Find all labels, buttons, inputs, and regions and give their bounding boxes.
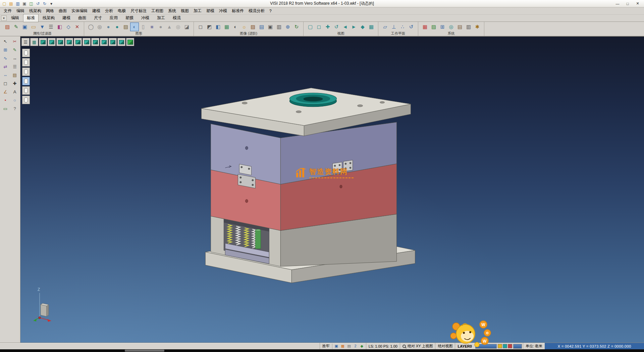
os-taskbar[interactable] (0, 349, 644, 352)
view-multi-icon[interactable]: ▦ (367, 23, 375, 31)
menu-item-冲模[interactable]: 冲模 (217, 7, 229, 15)
wcs-indicator-icon[interactable]: ◆ (359, 344, 365, 349)
transform-icon[interactable]: ⇄ (1, 63, 10, 71)
view-2d-icon[interactable]: 2 (353, 344, 359, 349)
tab-标准[interactable]: 标准 (23, 14, 39, 22)
view-plane-icon[interactable]: ▦ (30, 38, 38, 46)
filter-points-icon[interactable] (22, 96, 30, 104)
help-tips-icon[interactable]: ? (10, 105, 19, 113)
img-light-icon[interactable]: ☼ (240, 23, 248, 31)
sys-grid-icon[interactable]: ⊞ (438, 23, 446, 31)
snap-grid-icon[interactable]: ⊞ (1, 46, 10, 54)
filter-wireframe-icon[interactable] (22, 77, 30, 85)
edit-geometry-icon[interactable]: ✎ (10, 46, 19, 54)
attr-brush-icon[interactable]: ✎ (12, 23, 20, 31)
chip-lock-icon[interactable] (508, 344, 512, 348)
geom-sphere-icon[interactable]: ● (157, 23, 165, 31)
tab-尺寸[interactable]: 尺寸 (90, 14, 106, 22)
undo-icon[interactable]: ↺ (35, 1, 41, 7)
view-left-icon[interactable] (83, 38, 91, 46)
tab-冲模[interactable]: 冲模 (138, 14, 153, 22)
delete-entity-icon[interactable]: ✂ (10, 38, 19, 45)
img-hidden-line-icon[interactable]: ◩ (205, 23, 213, 31)
menu-item-建模[interactable]: 建模 (90, 7, 103, 15)
filter-solid-icon[interactable] (22, 58, 30, 67)
view-rotate-icon[interactable]: ↺ (332, 23, 340, 31)
layers-icon[interactable]: ☰ (10, 63, 19, 71)
open-file-icon[interactable]: ▤ (8, 1, 14, 7)
img-material-icon[interactable]: ▨ (249, 23, 257, 31)
sys-layers-icon[interactable]: ▦ (421, 23, 429, 31)
filter-select-icon[interactable]: ◇ (64, 23, 72, 31)
mirror-icon[interactable]: ⇔ (1, 71, 10, 79)
sys-database-icon[interactable]: ▤ (456, 23, 464, 31)
menu-item-分析[interactable]: 分析 (103, 7, 115, 15)
shade-gouraud-icon[interactable]: ● (113, 23, 121, 31)
annotate-icon[interactable]: A (10, 88, 19, 96)
view-menu-icon[interactable]: ☰ (21, 38, 30, 46)
shade-transparent-icon[interactable]: ◐ (130, 23, 139, 31)
img-shadow-icon[interactable]: ◐ (231, 23, 239, 31)
filter-all-icon[interactable] (22, 49, 30, 57)
workplane-3points-icon[interactable]: ∴ (398, 23, 407, 31)
menu-item-系统[interactable]: 系统 (166, 7, 178, 15)
tab-编辑[interactable]: 编辑 (7, 14, 23, 22)
attr-color-icon[interactable]: ▨ (3, 23, 11, 31)
menu-item-工程图[interactable]: 工程图 (149, 7, 166, 15)
img-shaded-icon[interactable]: ◧ (214, 23, 222, 31)
shade-textured-icon[interactable]: ▨ (122, 23, 130, 31)
view-sw-iso-icon[interactable] (100, 38, 108, 46)
tab-建模[interactable]: 建模 (59, 14, 74, 22)
menu-item-加工[interactable]: 加工 (191, 7, 204, 15)
menu-item-实体编辑[interactable]: 实体编辑 (69, 7, 90, 15)
shade-hidden-icon[interactable]: ◎ (96, 23, 104, 31)
img-refresh-icon[interactable]: ↻ (292, 23, 301, 31)
menu-item-模流分析[interactable]: 模流分析 (246, 7, 267, 15)
chip-color-icon[interactable] (503, 344, 507, 348)
measure-icon[interactable]: ∠ (1, 88, 10, 96)
view-back-icon[interactable] (56, 38, 64, 46)
view-next-icon[interactable]: ► (350, 23, 358, 31)
menu-item-视图[interactable]: 视图 (178, 7, 191, 15)
view-dynamic-icon[interactable]: ◆ (359, 23, 367, 31)
sys-world-icon[interactable]: ◎ (447, 23, 455, 31)
view-previous-icon[interactable]: ◄ (341, 23, 349, 31)
view-top-icon[interactable] (65, 38, 73, 46)
view-right-icon[interactable] (91, 38, 99, 46)
zoom-window-icon[interactable]: ◻ (1, 80, 10, 87)
geom-box-icon[interactable]: ■ (148, 23, 156, 31)
img-zoom-icon[interactable]: ⊕ (284, 23, 292, 31)
tab-塑膜[interactable]: 塑膜 (122, 14, 137, 22)
menu-item-尺寸标注[interactable]: 尺寸标注 (128, 7, 149, 15)
geom-cone-icon[interactable]: ▲ (165, 23, 173, 31)
sys-matrix-icon[interactable]: ▥ (465, 23, 473, 31)
menu-item-电极[interactable]: 电极 (115, 7, 128, 15)
shade-wireframe-icon[interactable]: ◯ (87, 23, 95, 31)
view-pan-icon[interactable]: ✚ (324, 23, 332, 31)
locating-ring[interactable] (289, 93, 336, 107)
minimize-button[interactable]: — (612, 0, 623, 7)
tab-加工[interactable]: 加工 (153, 14, 169, 22)
filter-clear-icon[interactable]: ✕ (73, 23, 81, 31)
tab-曲面[interactable]: 曲面 (74, 14, 90, 22)
tab-模流[interactable]: 模流 (169, 14, 184, 22)
img-rendered-icon[interactable]: ▦ (223, 23, 231, 31)
customize-toolbar-icon[interactable]: ▾ (48, 1, 54, 7)
filter-type-icon[interactable]: ▼ (38, 23, 46, 31)
plot-icon[interactable]: ◫ (28, 1, 34, 7)
img-background-icon[interactable]: ▤ (258, 23, 266, 31)
properties-icon[interactable]: ▤ (10, 71, 19, 79)
view-zoom-window-icon[interactable]: ◻ (315, 23, 323, 31)
snap-lock-icon[interactable]: ▣ (333, 344, 339, 349)
sys-settings-icon[interactable]: ✱ (473, 23, 481, 31)
tab-应用[interactable]: 应用 (106, 14, 121, 22)
tab-线架构[interactable]: 线架构 (39, 14, 58, 22)
geom-section-icon[interactable]: ◪ (183, 23, 191, 31)
menu-item-塑模[interactable]: 塑模 (204, 7, 217, 15)
menu-item-文件[interactable]: 文件 (1, 7, 14, 15)
shade-flat-icon[interactable]: ● (104, 23, 112, 31)
workplane-xy-icon[interactable]: ▱ (381, 23, 389, 31)
workplane-reset-icon[interactable]: ↺ (407, 23, 415, 31)
save-file-icon[interactable]: ▥ (15, 1, 21, 7)
menu-item-线架构[interactable]: 线架构 (27, 7, 44, 15)
